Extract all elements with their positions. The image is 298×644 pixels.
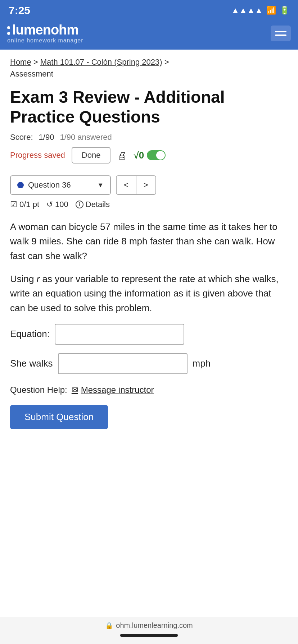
- meta-attempts: ↺ 100: [46, 200, 68, 209]
- question-help: Question Help: ✉ Message instructor: [10, 385, 288, 395]
- status-icons: ▲▲▲▲ 📶 🔋: [231, 6, 289, 15]
- app-header: lumenohm online homework manager: [0, 20, 298, 50]
- envelope-icon: ✉: [72, 385, 78, 395]
- prev-question-button[interactable]: <: [117, 176, 136, 194]
- wifi-icon: 📶: [266, 6, 276, 15]
- divider-2: [10, 215, 288, 215]
- walks-label: She walks: [10, 358, 53, 369]
- hamburger-line-1: [275, 31, 286, 32]
- nav-arrows: < >: [116, 175, 156, 195]
- toggle-knob: [156, 151, 165, 160]
- details-label: Details: [86, 200, 110, 209]
- question-label: Question 36: [28, 180, 94, 190]
- equation-input-row: Equation:: [10, 324, 288, 345]
- breadcrumb-sep2: >: [162, 58, 169, 66]
- menu-button[interactable]: [271, 26, 291, 41]
- walks-row: She walks mph: [10, 353, 288, 374]
- logo-wrapper: lumenohm: [7, 23, 83, 37]
- question-text-part1: A woman can bicycle 57 miles in the same…: [10, 220, 288, 263]
- walks-input[interactable]: [58, 353, 188, 374]
- meta-details[interactable]: i Details: [76, 200, 110, 209]
- meta-score: ☑ 0/1 pt: [10, 200, 39, 209]
- logo-dot-1: [7, 26, 10, 29]
- question-help-label: Question Help:: [10, 385, 67, 395]
- math-toggle[interactable]: [147, 150, 166, 160]
- next-question-button[interactable]: >: [136, 176, 155, 194]
- question-dropdown[interactable]: Question 36 ▼: [10, 175, 111, 195]
- message-instructor-label: Message instructor: [81, 385, 154, 395]
- math-toggle-area: √0: [134, 150, 166, 161]
- status-time: 7:25: [9, 4, 30, 17]
- divider-1: [10, 171, 288, 171]
- home-indicator[interactable]: [120, 634, 178, 637]
- dropdown-arrow-icon: ▼: [97, 181, 104, 189]
- logo-subtitle: online homework manager: [7, 37, 83, 44]
- breadcrumb-current: Assessment: [10, 69, 288, 79]
- breadcrumb: Home > Math 101.07 - Colón (Spring 2023)…: [10, 57, 288, 68]
- lock-icon: 🔒: [105, 622, 113, 630]
- walks-suffix: mph: [193, 358, 211, 369]
- bottom-bar: 🔒 ohm.lumenlearning.com: [0, 617, 298, 644]
- logo-dots: [7, 26, 10, 35]
- breadcrumb-sep1: >: [31, 58, 40, 66]
- print-icon[interactable]: 🖨: [117, 150, 127, 161]
- checkbox-icon: ☑: [10, 200, 17, 209]
- url-text: ohm.lumenlearning.com: [116, 621, 193, 630]
- logo-text: lumenohm: [12, 23, 78, 37]
- question-selector-row: Question 36 ▼ < >: [10, 175, 288, 195]
- question-dot: [17, 182, 24, 188]
- logo-dot-2: [7, 32, 10, 35]
- retry-icon: ↺: [46, 200, 53, 209]
- equation-label: Equation:: [10, 328, 50, 340]
- logo-area: lumenohm online homework manager: [7, 23, 83, 44]
- submit-question-button[interactable]: Submit Question: [10, 405, 108, 429]
- message-instructor-link[interactable]: ✉ Message instructor: [72, 385, 154, 395]
- variable-r: r: [37, 273, 40, 284]
- page-title: Exam 3 Review - Additional Practice Ques…: [10, 87, 288, 127]
- math-symbol: √0: [134, 150, 144, 161]
- info-icon: i: [76, 201, 83, 208]
- breadcrumb-home[interactable]: Home: [10, 58, 31, 66]
- signal-icon: ▲▲▲▲: [231, 6, 263, 15]
- hamburger-line-2: [275, 34, 286, 36]
- main-content: Home > Math 101.07 - Colón (Spring 2023)…: [0, 50, 298, 451]
- battery-icon: 🔋: [280, 6, 289, 15]
- progress-saved: Progress saved: [10, 151, 65, 160]
- question-meta: ☑ 0/1 pt ↺ 100 i Details: [10, 200, 288, 209]
- controls-row: Progress saved Done 🖨 √0: [10, 147, 288, 164]
- equation-input[interactable]: [55, 324, 184, 345]
- attempts-count: 100: [55, 200, 68, 209]
- score-answered: 1/90 answered: [60, 133, 112, 142]
- breadcrumb-course[interactable]: Math 101.07 - Colón (Spring 2023): [40, 58, 162, 66]
- score-pts: 0/1 pt: [19, 200, 39, 209]
- score-label: Score:: [10, 133, 33, 142]
- browser-url: 🔒 ohm.lumenlearning.com: [105, 621, 193, 630]
- score-value: 1/90: [39, 133, 54, 142]
- question-text-part2: Using r as your variable to represent th…: [10, 272, 288, 315]
- done-button[interactable]: Done: [72, 147, 111, 164]
- status-bar: 7:25 ▲▲▲▲ 📶 🔋: [0, 0, 298, 20]
- score-row: Score: 1/90 1/90 answered: [10, 133, 288, 142]
